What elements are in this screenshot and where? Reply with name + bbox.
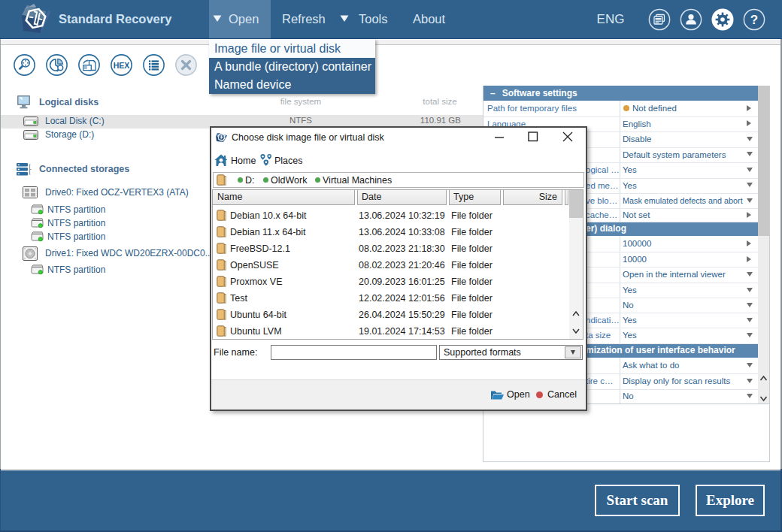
svg-text:HEX: HEX bbox=[114, 61, 130, 70]
svg-text:?: ? bbox=[750, 13, 758, 27]
